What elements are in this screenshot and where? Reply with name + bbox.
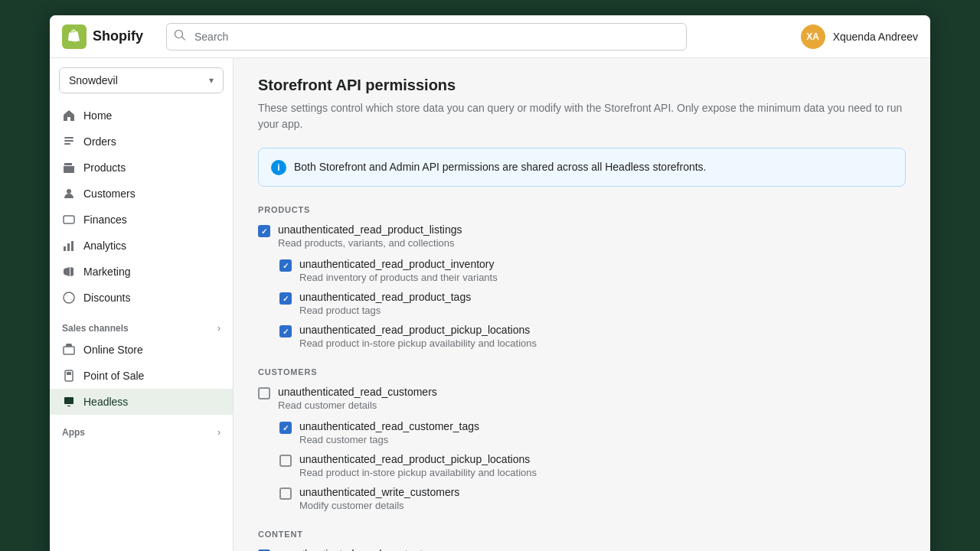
- shopify-logo-icon: [62, 24, 87, 49]
- sales-channels-label: Sales channels: [62, 323, 129, 334]
- user-name: Xquenda Andreev: [833, 31, 918, 43]
- pos-icon: [62, 369, 76, 383]
- perm-checkbox-customers-pickup[interactable]: [279, 455, 292, 467]
- perm-checkbox-read-product-pickup[interactable]: [279, 325, 292, 337]
- apps-header[interactable]: Apps ›: [50, 415, 233, 441]
- sidebar-item-analytics[interactable]: Analytics: [50, 233, 233, 259]
- marketing-icon: [62, 265, 76, 279]
- shopify-logo: Shopify: [62, 24, 154, 49]
- svg-rect-5: [64, 246, 66, 251]
- search-icon: [174, 29, 186, 44]
- perm-desc: Read product tags: [299, 305, 471, 316]
- sidebar-item-marketing[interactable]: Marketing: [50, 259, 233, 285]
- store-selector[interactable]: Snowdevil ▾: [59, 67, 224, 93]
- sidebar-item-label: Headless: [83, 396, 128, 408]
- svg-rect-0: [64, 137, 74, 139]
- search-bar: [166, 23, 687, 51]
- headless-icon: [62, 395, 76, 409]
- sidebar-item-label: Online Store: [83, 344, 143, 356]
- perm-checkbox-read-customer-tags[interactable]: [279, 422, 292, 434]
- perm-item-nested: unauthenticated_write_customers Modify c…: [279, 486, 906, 511]
- shopify-brand-name: Shopify: [93, 28, 143, 44]
- perm-name: unauthenticated_read_product_inventory: [299, 258, 498, 270]
- perm-desc: Read products, variants, and collections: [278, 237, 462, 249]
- sidebar-item-finances[interactable]: Finances: [50, 207, 233, 233]
- sidebar-item-label: Home: [83, 109, 112, 122]
- sidebar-item-discounts[interactable]: Discounts: [50, 285, 233, 311]
- home-icon: [62, 109, 76, 122]
- content-section: CONTENT unauthenticated_read_content: [258, 530, 906, 551]
- sidebar-item-headless[interactable]: Headless: [50, 389, 233, 415]
- user-area: XA Xquenda Andreev: [801, 24, 918, 49]
- avatar: XA: [801, 24, 825, 49]
- perm-item: unauthenticated_read_customers Read cust…: [258, 386, 906, 411]
- perm-name: unauthenticated_read_product_tags: [299, 291, 471, 303]
- expand-icon: ›: [217, 323, 220, 334]
- customers-section: CUSTOMERS unauthenticated_read_customers…: [258, 367, 906, 511]
- perm-desc: Read customer details: [278, 399, 437, 411]
- main-content: Storefront API permissions These setting…: [234, 58, 930, 551]
- perm-name: unauthenticated_read_product_pickup_loca…: [299, 453, 537, 465]
- customers-section-header: CUSTOMERS: [258, 367, 906, 377]
- online-store-icon: [62, 343, 76, 357]
- page-description: These settings control which store data …: [258, 100, 906, 132]
- products-section: PRODUCTS unauthenticated_read_product_li…: [258, 205, 906, 349]
- sidebar-item-orders[interactable]: Orders: [50, 129, 233, 155]
- finances-icon: [62, 213, 76, 227]
- svg-rect-6: [67, 243, 70, 251]
- sidebar-item-label: Marketing: [83, 266, 130, 278]
- perm-name: unauthenticated_read_content: [278, 548, 423, 551]
- apps-label: Apps: [62, 427, 85, 438]
- perm-checkbox-read-product-inventory[interactable]: [279, 259, 292, 272]
- page-title: Storefront API permissions: [258, 77, 906, 94]
- svg-rect-2: [64, 143, 70, 145]
- perm-item-nested: unauthenticated_read_product_tags Read p…: [279, 291, 906, 316]
- perm-desc: Read inventory of products and their var…: [299, 272, 498, 283]
- sidebar: Snowdevil ▾ Home Orders: [50, 58, 234, 551]
- perm-name: unauthenticated_read_product_pickup_loca…: [299, 324, 537, 336]
- perm-name: unauthenticated_read_product_listings: [278, 223, 462, 236]
- sales-channels-header[interactable]: Sales channels ›: [50, 311, 233, 337]
- perm-desc: Modify customer details: [299, 500, 459, 511]
- sidebar-item-point-of-sale[interactable]: Point of Sale: [50, 363, 233, 389]
- products-section-header: PRODUCTS: [258, 205, 906, 214]
- perm-desc: Read product in-store pickup availabilit…: [299, 467, 537, 478]
- perm-item: unauthenticated_read_content: [258, 548, 906, 551]
- content-area: Snowdevil ▾ Home Orders: [50, 58, 930, 551]
- svg-point-3: [67, 189, 71, 194]
- perm-checkbox-read-product-listings[interactable]: [258, 225, 270, 237]
- perm-checkbox-read-product-tags[interactable]: [279, 292, 292, 305]
- sidebar-item-label: Products: [83, 161, 126, 174]
- top-nav: Shopify XA Xquenda Andreev: [50, 15, 930, 58]
- sidebar-item-label: Customers: [83, 187, 136, 200]
- perm-item-nested: unauthenticated_read_customer_tags Read …: [279, 420, 906, 445]
- perm-desc: Read customer tags: [299, 434, 479, 445]
- perm-checkbox-write-customers[interactable]: [279, 487, 292, 500]
- svg-rect-11: [67, 372, 71, 375]
- search-input[interactable]: [166, 23, 687, 51]
- svg-rect-1: [64, 140, 74, 142]
- perm-desc: Read product in-store pickup availabilit…: [299, 337, 537, 349]
- sidebar-item-label: Finances: [83, 214, 127, 226]
- perm-item-nested: unauthenticated_read_product_pickup_loca…: [279, 324, 906, 349]
- orders-icon: [62, 135, 76, 148]
- sidebar-item-products[interactable]: Products: [50, 155, 233, 181]
- customers-icon: [62, 187, 76, 201]
- perm-item: unauthenticated_read_product_listings Re…: [258, 223, 906, 249]
- store-name: Snowdevil: [69, 74, 118, 86]
- perm-item-nested: unauthenticated_read_product_pickup_loca…: [279, 453, 906, 478]
- discounts-icon: [62, 291, 76, 305]
- perm-name: unauthenticated_write_customers: [299, 486, 459, 498]
- sidebar-item-home[interactable]: Home: [50, 103, 233, 129]
- analytics-icon: [62, 239, 76, 253]
- sidebar-item-customers[interactable]: Customers: [50, 181, 233, 207]
- svg-rect-9: [64, 347, 74, 354]
- products-icon: [62, 161, 76, 174]
- perm-checkbox-read-customers[interactable]: [258, 387, 270, 399]
- sidebar-item-label: Analytics: [83, 240, 126, 252]
- app-container: Shopify XA Xquenda Andreev: [0, 0, 980, 551]
- perm-name: unauthenticated_read_customer_tags: [299, 420, 479, 432]
- sidebar-item-online-store[interactable]: Online Store: [50, 337, 233, 363]
- perm-item-nested: unauthenticated_read_product_inventory R…: [279, 258, 906, 283]
- main-window: Shopify XA Xquenda Andreev: [50, 15, 930, 551]
